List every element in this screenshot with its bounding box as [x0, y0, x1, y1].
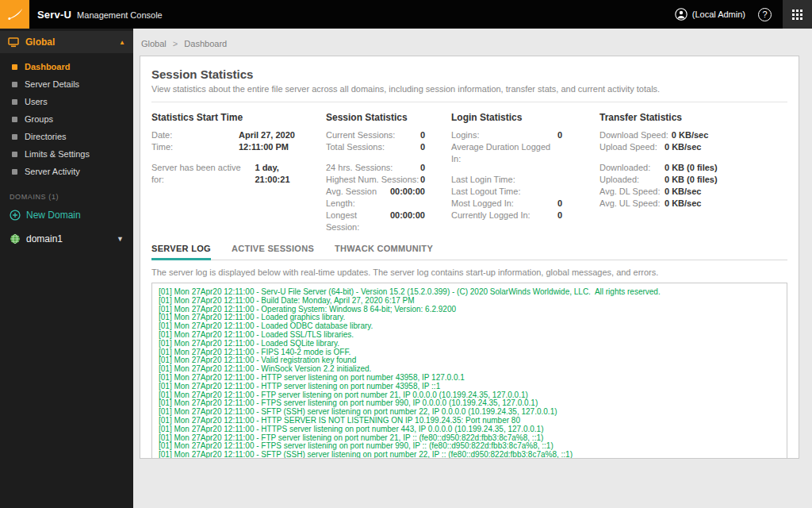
stat-row-avg-dl-speed: Avg. DL Speed:0 KB/sec	[599, 186, 787, 198]
stat-column-title: Session Statistics	[326, 112, 425, 123]
log-line: [01] Mon 27Apr20 12:11:00 - HTTP server …	[159, 383, 780, 391]
users-icon	[12, 99, 17, 105]
panel-description: View statistics about the entire file se…	[151, 84, 787, 94]
stat-row-most-logged-in: Most Logged In:0	[451, 198, 562, 210]
stat-value: 0	[420, 174, 425, 186]
stat-row-longest-session: Longest Session:00:00:00	[326, 210, 425, 233]
stat-group: Logins:0Average Duration Logged In:	[451, 129, 562, 165]
stat-column-login-statistics: Login StatisticsLogins:0Average Duration…	[451, 112, 562, 233]
user-icon	[675, 8, 688, 21]
sidebar-item-users[interactable]: Users	[0, 93, 133, 110]
sidebar: Global ▲ DashboardServer DetailsUsersGro…	[0, 29, 133, 508]
topbar-right: (Local Admin) ?	[675, 0, 812, 29]
user-label: (Local Admin)	[692, 10, 745, 19]
tab-active-sessions[interactable]: ACTIVE SESSIONS	[232, 244, 314, 260]
solarwinds-logo-icon	[6, 6, 24, 23]
stat-group: Server has been active for:1 day, 21:00:…	[151, 162, 314, 186]
help-label: ?	[762, 10, 767, 19]
stat-label: Avg. UL Speed:	[599, 198, 665, 210]
stats-columns: Statistics Start TimeDate:April 27, 2020…	[151, 102, 787, 233]
stat-value: April 27, 2020	[239, 129, 295, 141]
domain-name-label: domain1	[26, 233, 63, 244]
stat-column-transfer-statistics: Transfer StatisticsDownload Speed:0 KB/s…	[599, 112, 787, 233]
stat-label: Logins:	[451, 129, 479, 141]
user-menu-button[interactable]: (Local Admin)	[675, 8, 745, 21]
dashboard-icon	[12, 64, 17, 70]
stat-row-download-speed: Download Speed:0 KB/sec	[599, 129, 787, 141]
stat-row-total-sessions: Total Sessions:0	[326, 141, 425, 153]
stat-label: Average Duration Logged In:	[451, 141, 562, 165]
solarwinds-logo[interactable]	[0, 0, 29, 29]
tab-bar: SERVER LOGACTIVE SESSIONSTHWACK COMMUNIT…	[151, 244, 787, 260]
sidebar-item-dashboard[interactable]: Dashboard	[0, 58, 133, 75]
stat-row-logins: Logins:0	[451, 129, 562, 141]
stat-label: Downloaded:	[599, 162, 665, 174]
stat-column-title: Login Statistics	[451, 112, 562, 123]
stat-group: Downloaded:0 KB (0 files)Uploaded:0 KB (…	[599, 162, 787, 210]
breadcrumb-global[interactable]: Global	[141, 39, 167, 48]
server-details-icon	[12, 82, 17, 87]
brand-name: Serv-U	[37, 9, 71, 21]
sidebar-item-label: Limits & Settings	[25, 149, 90, 159]
log-line: [01] Mon 27Apr20 12:11:00 - SFTP (SSH) s…	[159, 451, 780, 459]
help-button[interactable]: ?	[758, 8, 772, 21]
stat-row-current-sessions: Current Sessions:0	[326, 129, 425, 141]
stat-row-highest-num-sessions: Highest Num. Sessions:0	[326, 174, 425, 186]
log-line: [01] Mon 27Apr20 12:11:00 - HTTPS server…	[159, 425, 780, 434]
stat-label: Download Speed:	[599, 129, 672, 141]
stat-row-uploaded: Uploaded:0 KB (0 files)	[599, 174, 787, 186]
stat-group: Date:April 27, 2020Time:12:11:00 PM	[151, 129, 314, 153]
stat-value: 0 KB/sec	[665, 141, 701, 153]
stat-group: Last Login Time:Last Logout Time:Most Lo…	[451, 174, 562, 221]
stat-value: 00:00:00	[390, 210, 425, 233]
tab-server-log[interactable]: SERVER LOG	[151, 244, 211, 260]
stat-column-title: Transfer Statistics	[599, 112, 787, 123]
sidebar-item-limits-settings[interactable]: Limits & Settings	[0, 145, 133, 163]
panel-title: Session Statistics	[151, 67, 787, 81]
plus-circle-icon	[10, 210, 21, 221]
sidebar-item-label: Dashboard	[25, 62, 70, 71]
stat-label: Upload Speed:	[599, 141, 665, 153]
stat-label: Highest Num. Sessions:	[326, 174, 419, 186]
stat-value: 0 KB/sec	[672, 129, 708, 141]
stat-value: 0 KB (0 files)	[665, 162, 718, 174]
apps-button[interactable]	[783, 0, 812, 29]
log-line: [01] Mon 27Apr20 12:11:00 - Build Date: …	[159, 297, 780, 306]
domain-item-domain1[interactable]: domain1 ▼	[0, 228, 133, 250]
sidebar-nav: DashboardServer DetailsUsersGroupsDirect…	[0, 53, 133, 180]
main-content: Global > Dashboard Session Statistics Vi…	[133, 29, 812, 508]
stat-column-session-statistics: Session StatisticsCurrent Sessions:0Tota…	[326, 112, 425, 233]
sidebar-item-directories[interactable]: Directories	[0, 128, 133, 145]
stat-label: Total Sessions:	[326, 141, 385, 153]
stat-column-statistics-start-time: Statistics Start TimeDate:April 27, 2020…	[151, 112, 314, 233]
sidebar-item-groups[interactable]: Groups	[0, 110, 133, 128]
sidebar-item-label: Server Details	[25, 79, 79, 89]
breadcrumb: Global > Dashboard	[133, 29, 812, 56]
stat-label: Most Logged In:	[451, 198, 514, 210]
stat-label: Longest Session:	[326, 210, 390, 233]
stat-label: Avg. DL Speed:	[599, 186, 665, 198]
app-title: Serv-U Management Console	[37, 9, 163, 21]
stat-label: 24 hrs. Sessions:	[326, 162, 393, 174]
stat-value: 0	[420, 162, 425, 174]
stat-value: 0	[420, 141, 425, 153]
sidebar-item-label: Directories	[25, 132, 67, 141]
tab-thwack-community[interactable]: THWACK COMMUNITY	[335, 244, 433, 260]
stat-label: Last Logout Time:	[451, 186, 520, 198]
server-log-output[interactable]: [01] Mon 27Apr20 12:11:00 - Serv-U File …	[151, 283, 787, 459]
serv-u-management-console: Serv-U Management Console (Local Admin) …	[0, 0, 812, 508]
breadcrumb-current: Dashboard	[184, 39, 227, 48]
stat-group: Current Sessions:0Total Sessions:0	[326, 129, 425, 153]
new-domain-button[interactable]: New Domain	[0, 201, 133, 228]
global-server-icon	[8, 37, 19, 48]
stat-value: 0 KB (0 files)	[665, 174, 718, 186]
sidebar-item-server-details[interactable]: Server Details	[0, 75, 133, 93]
sidebar-item-server-activity[interactable]: Server Activity	[0, 163, 133, 180]
directories-icon	[12, 134, 17, 140]
stat-label: Uploaded:	[599, 174, 665, 186]
topbar: Serv-U Management Console (Local Admin) …	[0, 0, 812, 29]
stat-group: 24 hrs. Sessions:0Highest Num. Sessions:…	[326, 162, 425, 233]
sidebar-item-global[interactable]: Global ▲	[0, 31, 133, 53]
stat-value: 0 KB/sec	[665, 198, 701, 210]
stat-row-avg-ul-speed: Avg. UL Speed:0 KB/sec	[599, 198, 787, 210]
